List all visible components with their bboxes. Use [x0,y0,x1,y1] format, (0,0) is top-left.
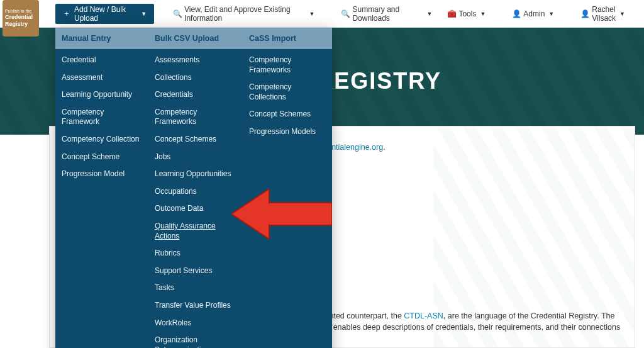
mi-outcome-data[interactable]: Outcome Data [155,200,236,218]
mi-cass-competency-collections[interactable]: Competency Collections [249,79,326,106]
mi-rubrics[interactable]: Rubrics [155,245,236,262]
mi-progression-model[interactable]: Progression Model [62,166,142,183]
mi-workroles[interactable]: WorkRoles [155,315,236,332]
mi-collections[interactable]: Collections [155,69,236,87]
mi-credentials[interactable]: Credentials [155,86,236,104]
callout-arrow-icon [231,189,332,239]
mi-transfer-value-profiles[interactable]: Transfer Value Profiles [155,297,236,315]
chevron-down-icon: ▼ [309,11,315,17]
link-ctdl-asn[interactable]: CTDL-ASN [404,312,443,320]
user-icon: 👤 [580,9,588,18]
header-manual-entry: Manual Entry [55,28,148,49]
nav-add-new-label: Add New / Bulk Upload [74,5,137,23]
mi-quality-assurance-actions[interactable]: Quality Assurance Actions [155,218,236,245]
mi-org-suborgs[interactable]: Organization Suborganizations [155,332,236,348]
nav-view-edit[interactable]: 🔍 View, Edit and Approve Existing Inform… [165,4,322,24]
mi-tasks[interactable]: Tasks [155,279,236,297]
mi-jobs[interactable]: Jobs [155,149,236,166]
nav-tools[interactable]: 🧰 Tools ▼ [440,4,493,24]
chevron-down-icon: ▼ [480,11,486,17]
user-icon: 👤 [512,9,519,18]
mi-concept-schemes[interactable]: Concept Schemes [155,131,236,149]
svg-marker-0 [231,189,332,239]
dropdown-header-row: Manual Entry Bulk CSV Upload CaSS Import [55,28,332,49]
nav-user-label: Rachel Vilsack [592,5,616,23]
mi-learning-opportunities[interactable]: Learning Opportunities [155,166,236,183]
nav-user[interactable]: 👤 Rachel Vilsack ▼ [573,4,633,24]
nav-summary[interactable]: 🔍 Summary and Downloads ▼ [333,4,440,24]
mi-cass-progression-models[interactable]: Progression Models [249,123,326,141]
mi-learning-opportunity[interactable]: Learning Opportunity [62,86,142,104]
logo-line1: Publish to the [5,9,36,14]
nav-add-new[interactable]: ＋ Add New / Bulk Upload ▼ [55,4,154,24]
mi-competency-framework[interactable]: Competency Framework [62,104,142,131]
mi-competency-frameworks[interactable]: Competency Frameworks [155,104,236,131]
top-nav: ＋ Add New / Bulk Upload ▼ 🔍 View, Edit a… [0,0,644,28]
nav-view-edit-label: View, Edit and Approve Existing Informat… [184,5,305,23]
mi-credential[interactable]: Credential [62,52,142,69]
nav-summary-label: Summary and Downloads [352,5,423,23]
logo-line2: Credential [5,14,36,21]
search-icon: 🔍 [173,9,180,18]
logo-line3: Registry [5,21,36,28]
nav-admin[interactable]: 👤 Admin ▼ [504,4,562,24]
chevron-down-icon: ▼ [619,11,625,17]
header-bulk-upload: Bulk CSV Upload [148,28,243,49]
nav-tools-label: Tools [458,9,476,18]
chevron-down-icon: ▼ [426,11,432,17]
mi-cass-competency-frameworks[interactable]: Competency Frameworks [249,52,326,79]
mi-assessment[interactable]: Assessment [62,69,142,87]
col-manual-entry: Credential Assessment Learning Opportuni… [55,52,148,348]
mi-concept-scheme[interactable]: Concept Scheme [62,149,142,166]
mi-occupations[interactable]: Occupations [155,183,236,201]
mi-competency-collection[interactable]: Competency Collection [62,131,142,149]
chevron-down-icon: ▼ [141,11,147,17]
col-bulk-upload: Assessments Collections Credentials Comp… [148,52,243,348]
mi-support-services[interactable]: Support Services [155,262,236,280]
mi-cass-concept-schemes[interactable]: Concept Schemes [249,106,326,123]
toolbox-icon: 🧰 [447,9,455,18]
nav-admin-label: Admin [523,9,545,18]
header-cass-import: CaSS Import [243,28,332,49]
plus-icon: ＋ [63,8,70,19]
logo[interactable]: Publish to the Credential Registry [3,0,39,36]
chevron-down-icon: ▼ [548,11,554,17]
mi-assessments[interactable]: Assessments [155,52,236,69]
search-icon: 🔍 [341,9,348,18]
add-new-dropdown: Manual Entry Bulk CSV Upload CaSS Import… [55,28,332,348]
